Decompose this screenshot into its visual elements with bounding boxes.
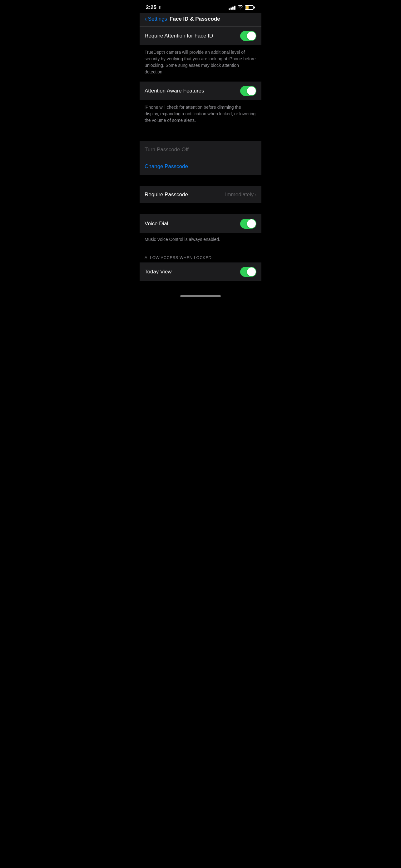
page-title: Face ID & Passcode (170, 16, 220, 22)
battery-icon (245, 5, 255, 10)
home-indicator (180, 295, 221, 297)
voice-dial-section: Voice Dial (140, 214, 261, 233)
require-attention-toggle[interactable] (240, 31, 257, 41)
allow-access-section: Today View (140, 262, 261, 281)
voice-dial-label: Voice Dial (144, 221, 240, 227)
allow-access-section-label: ALLOW ACCESS WHEN LOCKED: (140, 248, 261, 262)
status-time: 2:25 ⬆ (146, 4, 161, 11)
voice-dial-row[interactable]: Voice Dial (140, 214, 261, 233)
require-attention-section: Require Attention for Face ID (140, 27, 261, 45)
turn-passcode-off-label: Turn Passcode Off (144, 147, 189, 153)
require-passcode-row[interactable]: Require Passcode Immediately › (140, 186, 261, 203)
attention-aware-description: iPhone will check for attention before d… (140, 100, 261, 130)
require-attention-label: Require Attention for Face ID (144, 33, 240, 39)
back-label: Settings (148, 16, 167, 22)
chevron-icon: › (255, 192, 257, 197)
today-view-toggle[interactable] (240, 267, 257, 277)
toggle-knob (247, 32, 256, 40)
require-passcode-section: Require Passcode Immediately › (140, 186, 261, 203)
wifi-icon (237, 5, 243, 10)
change-passcode-row[interactable]: Change Passcode (140, 158, 261, 175)
gap-2 (140, 175, 261, 186)
toggle-knob-4 (247, 268, 256, 276)
toggle-knob-2 (247, 87, 256, 95)
attention-aware-row[interactable]: Attention Aware Features (140, 82, 261, 100)
turn-passcode-off-row[interactable]: Turn Passcode Off (140, 141, 261, 158)
require-attention-row[interactable]: Require Attention for Face ID (140, 27, 261, 45)
today-view-row[interactable]: Today View (140, 262, 261, 281)
status-bar: 2:25 ⬆ (140, 0, 261, 13)
require-passcode-value: Immediately › (225, 191, 257, 198)
passcode-section: Turn Passcode Off Change Passcode (140, 141, 261, 175)
toggle-knob-3 (247, 219, 256, 228)
voice-dial-toggle[interactable] (240, 219, 257, 229)
location-icon: ⬆ (158, 6, 161, 10)
gap-1 (140, 130, 261, 141)
attention-aware-section: Attention Aware Features (140, 82, 261, 100)
home-indicator-area (140, 281, 261, 300)
change-passcode-label: Change Passcode (144, 163, 188, 170)
voice-dial-description: Music Voice Control is always enabled. (140, 233, 261, 248)
today-view-label: Today View (144, 269, 240, 275)
attention-aware-toggle[interactable] (240, 86, 257, 96)
signal-icon (229, 6, 235, 10)
require-attention-description: TrueDepth camera will provide an additio… (140, 45, 261, 82)
attention-aware-label: Attention Aware Features (144, 88, 240, 94)
back-button[interactable]: ‹ Settings (144, 16, 167, 23)
back-arrow-icon: ‹ (144, 15, 147, 23)
gap-3 (140, 203, 261, 214)
require-passcode-label: Require Passcode (144, 191, 225, 198)
status-icons (229, 5, 255, 10)
nav-bar: ‹ Settings Face ID & Passcode (140, 13, 261, 27)
require-passcode-current: Immediately (225, 191, 254, 198)
